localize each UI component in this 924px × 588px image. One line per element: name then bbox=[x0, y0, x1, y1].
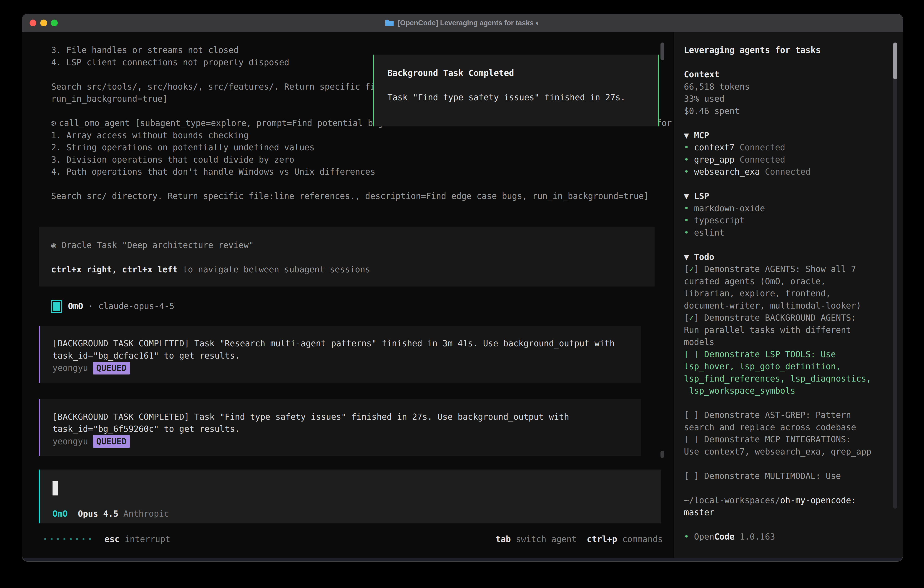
bullet-icon: • bbox=[684, 531, 694, 543]
subagent-session-row: OmO · claude-opus-4-5 bbox=[39, 300, 673, 313]
agent-square-icon bbox=[51, 300, 62, 313]
section-todo[interactable]: ▼Todo bbox=[684, 251, 891, 263]
text-cursor bbox=[53, 481, 58, 496]
minimize-button[interactable] bbox=[40, 20, 47, 26]
hint-keys: ctrl+x right, ctrl+x left bbox=[51, 265, 178, 274]
output-line: 1. Array access without bounds checking bbox=[39, 129, 673, 142]
provider-label: Anthropic bbox=[124, 509, 169, 519]
close-button[interactable] bbox=[30, 20, 36, 26]
bullet-icon: • bbox=[684, 141, 694, 154]
agent-name-model: OmO · claude-opus-4-5 bbox=[68, 300, 174, 312]
middle-dot: · bbox=[88, 301, 93, 311]
mcp-item: •context7Connected bbox=[684, 141, 891, 154]
task-block-meta: yeongyuQUEUED bbox=[53, 435, 632, 448]
active-model-label: Opus 4.5 bbox=[78, 509, 118, 519]
task-block-line: task_id="bg_6f59260c" to get results. bbox=[53, 423, 632, 435]
bullet-icon: • bbox=[684, 215, 694, 227]
lsp-item: •eslint bbox=[684, 227, 891, 239]
output-line: 4. Path operations that don't handle Win… bbox=[39, 166, 673, 178]
app-window: [OpenCode] Leveraging agents for tasks ◐… bbox=[22, 14, 903, 562]
todo-item-pending: [ ]Demonstrate MCP INTEGRATIONS: Use con… bbox=[684, 433, 891, 458]
folder-icon bbox=[385, 19, 394, 26]
input-line bbox=[53, 481, 648, 496]
empty-checkbox bbox=[689, 471, 694, 481]
task-user: yeongyu bbox=[53, 363, 88, 373]
status-bar: •••••••• escinterrupt tabswitch agent ct… bbox=[39, 533, 673, 545]
todo-item-pending: [ ]Demonstrate AST-GREP: Pattern search … bbox=[684, 409, 891, 433]
background-task-notification[interactable]: Background Task Completed Task "Find typ… bbox=[373, 55, 659, 126]
commands-hint: ctrl+pcommands bbox=[587, 533, 663, 545]
bullet-icon: • bbox=[684, 154, 694, 166]
window-title: [OpenCode] Leveraging agents for tasks ◐ bbox=[385, 19, 540, 27]
mcp-item: •websearch_exaConnected bbox=[684, 166, 891, 178]
chevron-down-icon: ▼ bbox=[684, 251, 694, 263]
output-line: 3. Division operations that could divide… bbox=[39, 154, 673, 166]
oracle-task-box: ◉Oracle Task "Deep architecture review" … bbox=[39, 227, 655, 287]
queued-badge: QUEUED bbox=[93, 435, 130, 448]
check-icon: ✓ bbox=[689, 313, 694, 323]
todo-item-pending: [ ]Demonstrate MULTIMODAL: Use bbox=[684, 470, 891, 482]
prompt-input[interactable]: OmOOpus 4.5Anthropic bbox=[39, 469, 661, 524]
traffic-lights bbox=[30, 14, 58, 32]
output-line: Search src/ directory. Return specific f… bbox=[39, 190, 673, 202]
empty-checkbox bbox=[689, 350, 694, 359]
oracle-task-line: ◉Oracle Task "Deep architecture review" bbox=[51, 239, 645, 251]
context-header: Context bbox=[684, 68, 891, 81]
sidebar: Leveraging agents for tasks Context 66,5… bbox=[673, 32, 903, 558]
active-agent-label: OmO bbox=[53, 509, 68, 519]
task-block-line: task_id="bg_dcfac161" to get results. bbox=[53, 350, 632, 362]
output-line bbox=[39, 178, 673, 190]
input-footer: OmOOpus 4.5Anthropic bbox=[53, 508, 648, 520]
section-mcp[interactable]: ▼MCP bbox=[684, 129, 891, 142]
tab-hint: tabswitch agent bbox=[496, 533, 577, 545]
check-icon: ✓ bbox=[689, 264, 694, 274]
separator-dot bbox=[83, 301, 88, 311]
gear-icon: ⚙ bbox=[51, 118, 56, 128]
workspace-path: ~/local-workspaces/oh-my-opencode: bbox=[684, 494, 891, 507]
task-block-line: [BACKGROUND TASK COMPLETED] Task "Resear… bbox=[53, 337, 632, 350]
empty-checkbox bbox=[689, 410, 694, 420]
chevron-down-icon: ▼ bbox=[684, 190, 694, 202]
lsp-item: •markdown-oxide bbox=[684, 202, 891, 215]
window-bottom-edge bbox=[22, 558, 903, 561]
queued-badge: QUEUED bbox=[93, 362, 130, 375]
sidebar-scrollbar-thumb[interactable] bbox=[893, 43, 897, 79]
main-scrollbar-mark[interactable] bbox=[660, 451, 664, 458]
fisheye-icon: ◉ bbox=[51, 240, 56, 250]
output-line: 2. String operations on potentially unde… bbox=[39, 141, 673, 154]
zoom-button[interactable] bbox=[51, 20, 58, 26]
navigation-hint: ctrl+x right, ctrl+x left to navigate be… bbox=[51, 264, 645, 276]
context-used: 33% used bbox=[684, 93, 891, 105]
task-block-line: [BACKGROUND TASK COMPLETED] Task "Find t… bbox=[53, 411, 632, 423]
empty-checkbox bbox=[689, 434, 694, 444]
lsp-item: •typescript bbox=[684, 215, 891, 227]
chevron-down-icon: ▼ bbox=[684, 129, 694, 142]
notification-title: Background Task Completed bbox=[388, 67, 649, 79]
bullet-icon: • bbox=[684, 227, 694, 239]
oracle-task-text: Oracle Task "Deep architecture review" bbox=[61, 240, 254, 250]
desktop: [OpenCode] Leveraging agents for tasks ◐… bbox=[0, 0, 924, 588]
sidebar-scrollbar-track[interactable] bbox=[893, 43, 897, 509]
titlebar: [OpenCode] Leveraging agents for tasks ◐ bbox=[22, 14, 903, 32]
spinner-dots-icon: •••••••• bbox=[43, 533, 94, 545]
window-body: 3. File handles or streams not closed 4.… bbox=[22, 32, 903, 558]
terminal-main: 3. File handles or streams not closed 4.… bbox=[22, 32, 673, 558]
context-tokens: 66,518 tokens bbox=[684, 81, 891, 93]
task-block-meta: yeongyuQUEUED bbox=[53, 362, 632, 375]
mcp-item: •grep_appConnected bbox=[684, 154, 891, 166]
section-lsp[interactable]: ▼LSP bbox=[684, 190, 891, 202]
agent-model: claude-opus-4-5 bbox=[99, 301, 174, 311]
task-user: yeongyu bbox=[53, 436, 88, 446]
git-branch: master bbox=[684, 506, 891, 519]
bullet-icon: • bbox=[684, 166, 694, 178]
todo-item-done: [✓]Demonstrate AGENTS: Show all 7 curate… bbox=[684, 263, 891, 312]
background-task-block: [BACKGROUND TASK COMPLETED] Task "Find t… bbox=[39, 399, 641, 456]
bullet-icon: • bbox=[684, 202, 694, 215]
app-version: •OpenCode1.0.163 bbox=[684, 531, 891, 543]
session-title: Leveraging agents for tasks bbox=[684, 44, 891, 56]
main-scrollbar-thumb[interactable] bbox=[660, 43, 664, 60]
context-spent: $0.46 spent bbox=[684, 105, 891, 117]
hint-text: to navigate between subagent sessions bbox=[178, 265, 370, 274]
esc-hint: escinterrupt bbox=[105, 533, 170, 545]
todo-item-done: [✓]Demonstrate BACKGROUND AGENTS: Run pa… bbox=[684, 312, 891, 349]
